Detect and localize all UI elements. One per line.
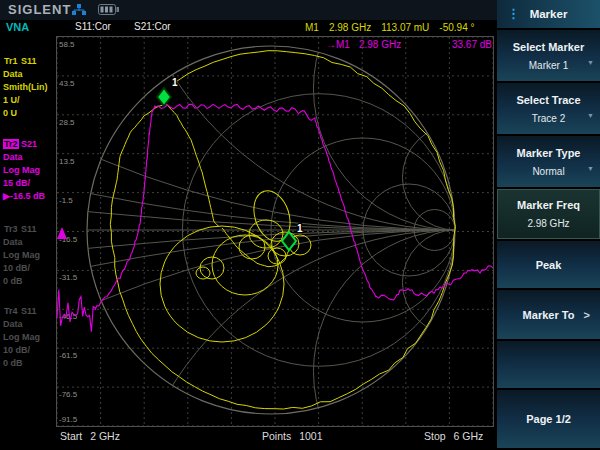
marker-freq: 2.98 GHz <box>329 22 371 33</box>
dropdown-arrow-icon: ▼ <box>587 165 594 172</box>
trace-info-line: 1 U/ <box>3 94 48 107</box>
marker-freq-button[interactable]: Marker Freq2.98 GHz <box>497 189 600 239</box>
marker-number-label: 1 <box>172 77 178 88</box>
marker-magnitude: 113.07 mU <box>381 22 429 33</box>
marker-type-button[interactable]: Marker TypeNormal▼ <box>497 136 600 187</box>
vna-screen: SIGLENT VNA S11:Cor S21:Cor M1 2.98 GHz … <box>0 0 600 450</box>
softkey-label: Marker Type <box>517 147 581 159</box>
trace-info-line: Data <box>3 68 48 81</box>
peak-button[interactable]: Peak <box>497 241 600 288</box>
trace-tag: Tr3 <box>3 224 19 234</box>
trace-tag: Tr4 <box>3 306 19 316</box>
softkey-value: Marker 1 <box>529 60 568 71</box>
y-axis-label: -31.5 <box>59 273 78 282</box>
trace-tag: Tr1 <box>3 56 19 66</box>
y-axis-label: 13.5 <box>59 157 75 166</box>
marker-number-label: 1 <box>297 223 303 234</box>
trace-info-line: ▶-16.5 dB <box>3 190 45 203</box>
submenu-chevron-icon: > <box>584 309 590 321</box>
dropdown-arrow-icon: ▼ <box>587 112 594 119</box>
trace-panel-tr1[interactable]: Tr1 S11DataSmith(Lin)1 U/0 U <box>3 55 48 120</box>
lan-icon <box>72 3 86 17</box>
softkey-label: Peak <box>536 259 562 271</box>
menu-title: Marker <box>530 8 568 20</box>
y-axis-label: 58.5 <box>59 40 75 49</box>
trace-info-line: 0 dB <box>3 275 40 288</box>
softkey-value: 2.98 GHz <box>527 218 569 229</box>
sweep-points: Points1001 <box>262 430 323 442</box>
marker-to-button[interactable]: Marker To> <box>497 290 600 339</box>
trace-info-line: 0 U <box>3 107 48 120</box>
trace-panel-tr4[interactable]: Tr4 S11DataLog Mag10 dB/0 dB <box>3 305 40 370</box>
channel-status-s11: S11:Cor <box>75 21 111 35</box>
stop-frequency: Stop6 GHz <box>424 430 483 442</box>
start-frequency: Start2 GHz <box>60 430 120 442</box>
dropdown-arrow-icon: ▼ <box>587 59 594 66</box>
ref-level-indicator <box>57 227 67 239</box>
y-axis-label: -91.5 <box>59 415 78 424</box>
y-axis-label: -61.5 <box>59 351 78 360</box>
softkey-value: Trace 2 <box>532 113 566 124</box>
trace-tag: Tr2 <box>3 139 19 149</box>
siglent-logo: SIGLENT <box>8 2 71 17</box>
top-bar: SIGLENT <box>0 0 497 20</box>
menu-header[interactable]: ⋮ Marker <box>497 0 600 28</box>
menu-dots-icon: ⋮ <box>507 5 520 22</box>
trace-info-line: Log Mag <box>3 164 45 177</box>
marker-readout-s11: M1 2.98 GHz 113.07 mU -50.94 ° <box>305 22 474 33</box>
trace-info-line: Data <box>3 318 40 331</box>
y-axis-label: 43.5 <box>59 79 75 88</box>
plot-area[interactable]: 58.543.528.513.5-1.5-16.5-31.5-46.5-61.5… <box>56 36 494 427</box>
softkey-label: Marker Freq <box>517 199 580 211</box>
vna-mode-label: VNA <box>6 21 29 35</box>
softkey-label: Select Trace <box>516 94 580 106</box>
channel-status-s21: S21:Cor <box>134 21 171 35</box>
y-axis-label: 28.5 <box>59 118 75 127</box>
trace-info-line: Log Mag <box>3 331 40 344</box>
softkey-label: Page 1/2 <box>526 413 571 425</box>
marker-name: M1 <box>305 22 319 33</box>
page-button[interactable]: Page 1/2 <box>497 390 600 448</box>
trace-info-line: Data <box>3 151 45 164</box>
y-axis-label: -1.5 <box>59 196 73 205</box>
softkey-label: Select Marker <box>513 41 585 53</box>
trace-info-line: 10 dB/ <box>3 344 40 357</box>
marker-1-diamond-s21[interactable] <box>157 88 171 106</box>
blank-button[interactable] <box>497 341 600 388</box>
softkey-value: Normal <box>532 166 564 177</box>
trace-info-line: 10 dB/ <box>3 262 40 275</box>
marker-phase: -50.94 ° <box>439 22 474 33</box>
softkey-label: Marker To <box>523 309 575 321</box>
trace-panel-tr3[interactable]: Tr3 S11DataLog Mag10 dB/0 dB <box>3 223 40 288</box>
trace-info-line: 0 dB <box>3 357 40 370</box>
trace-panel-tr2[interactable]: Tr2 S21DataLog Mag15 dB/▶-16.5 dB <box>3 138 45 203</box>
y-axis-label: -76.5 <box>59 390 78 399</box>
trace-info-line: Smith(Lin) <box>3 81 48 94</box>
softkey-menu: ⋮ Marker Select MarkerMarker 1▼Select Tr… <box>497 0 600 450</box>
select-trace-button[interactable]: Select TraceTrace 2▼ <box>497 83 600 134</box>
trace-info-line: Log Mag <box>3 249 40 262</box>
battery-icon <box>98 4 119 15</box>
trace-info-line: Data <box>3 236 40 249</box>
select-marker-button[interactable]: Select MarkerMarker 1▼ <box>497 30 600 81</box>
trace-info-line: 15 dB/ <box>3 177 45 190</box>
